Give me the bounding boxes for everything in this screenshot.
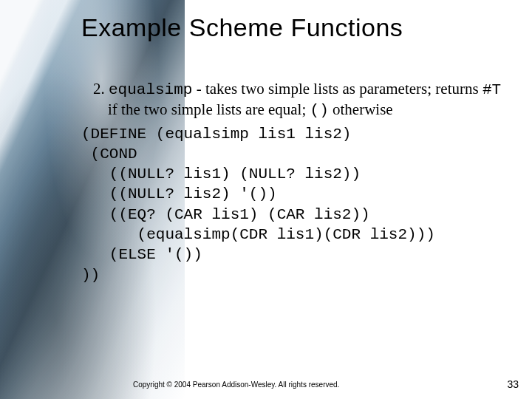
code-line: ))	[81, 267, 100, 284]
code-line: (ELSE '())	[81, 246, 202, 263]
code-line: (equalsimp(CDR lis1)(CDR lis2)))	[81, 226, 435, 243]
empty-list-token: ()	[310, 102, 329, 119]
desc-text-2: if the two simple lists are equal;	[108, 100, 310, 118]
slide-content: Example Scheme Functions 2. equalsimp - …	[0, 0, 532, 399]
code-line: ((NULL? lis1) (NULL? lis2))	[81, 166, 361, 183]
desc-text-3: otherwise	[329, 100, 393, 118]
slide-title: Example Scheme Functions	[81, 13, 510, 42]
true-token: #T	[482, 81, 501, 98]
code-line: (DEFINE (equalsimp lis1 lis2)	[81, 126, 351, 143]
code-line: (COND	[81, 146, 137, 163]
code-line: ((NULL? lis2) '())	[81, 185, 277, 202]
code-block: (DEFINE (equalsimp lis1 lis2) (COND ((NU…	[81, 124, 510, 285]
function-description: 2. equalsimp - takes two simple lists as…	[81, 79, 510, 121]
function-name: equalsimp	[109, 81, 192, 98]
code-line: ((EQ? (CAR lis1) (CAR lis2))	[81, 206, 370, 223]
item-number: 2.	[93, 80, 105, 98]
slide-body: 2. equalsimp - takes two simple lists as…	[81, 79, 510, 285]
desc-text-1: - takes two simple lists as parameters; …	[192, 80, 482, 98]
slide: Example Scheme Functions 2. equalsimp - …	[0, 0, 532, 399]
